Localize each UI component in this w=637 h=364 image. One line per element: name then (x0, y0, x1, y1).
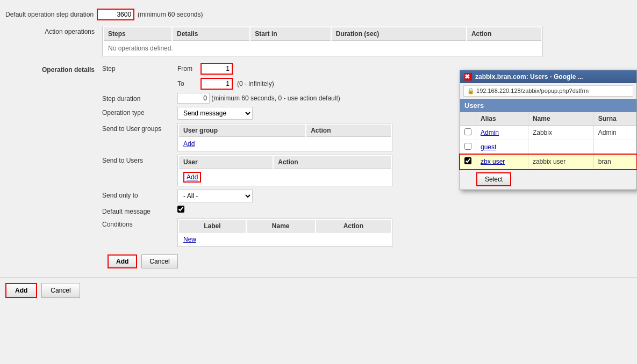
user-name-zbxuser: zabbix user (528, 155, 593, 169)
popup-address-bar: 🔒 192.168.220.128/zabbix/popup.php?dstfr… (463, 85, 633, 97)
row-checkbox-cell-zbxuser (460, 155, 476, 169)
conditions-value: Label Name Action New (177, 219, 632, 247)
cond-action-col: Action (316, 220, 391, 232)
user-name-admin: Zabbix (528, 126, 593, 140)
default-duration-row: Default operation step duration (minimum… (0, 5, 637, 24)
col-alias: Alias (476, 112, 528, 126)
conditions-new-link[interactable]: New (183, 236, 196, 243)
col-steps: Steps (104, 27, 171, 41)
default-message-row: Default message (102, 206, 632, 215)
main-action-row: Add Cancel (0, 277, 637, 303)
user-alias-zbxuser: zbx user (476, 155, 528, 169)
step-duration-hint: (minimum 60 seconds, 0 - use action defa… (211, 94, 340, 102)
operation-type-label: Operation type (102, 107, 177, 117)
step-duration-input[interactable] (177, 93, 210, 104)
user-col: User (179, 156, 273, 169)
select-button[interactable]: Select (476, 172, 511, 186)
main-add-button[interactable]: Add (5, 283, 37, 298)
operations-table: Steps Details Start in Duration (sec) Ac… (102, 26, 543, 56)
users-inner-table: User Action Add (177, 155, 392, 186)
user-checkbox-admin[interactable] (464, 128, 471, 135)
user-surname-admin: Admin (593, 126, 636, 140)
row-checkbox-cell (460, 140, 476, 155)
bottom-cancel-button[interactable]: Cancel (141, 254, 177, 268)
bottom-add-button[interactable]: Add (108, 254, 137, 268)
user-group-action-col: Action (306, 125, 391, 137)
user-groups-table: User group Action Add (177, 123, 392, 151)
popup-favicon-icon: ✖ (464, 73, 472, 81)
cond-label-col: Label (179, 220, 246, 232)
send-to-users-label: Send to Users (102, 155, 177, 164)
table-row: Admin Zabbix Admin (460, 126, 636, 140)
popup-titlebar: ✖ zabbix.bran.com: Users - Google ... (460, 70, 636, 83)
popup-window: ✖ zabbix.bran.com: Users - Google ... 🔒 … (460, 70, 637, 190)
to-label: To (177, 80, 196, 88)
col-surname: Surna (593, 112, 636, 126)
conditions-table: Label Name Action New (177, 219, 392, 247)
action-operations-content: Steps Details Start in Duration (sec) Ac… (102, 26, 632, 56)
user-alias-admin: Admin (476, 126, 528, 140)
user-link-guest[interactable]: guest (481, 143, 496, 151)
col-start-in: Start in (250, 27, 330, 41)
popup-users-table: Alias Name Surna Admin Zabbix Admin (460, 112, 636, 169)
step-label: Step (102, 63, 177, 72)
default-duration-input[interactable] (97, 9, 134, 20)
action-operations-label: Action operations (5, 26, 102, 35)
step-duration-label: Step duration (102, 93, 177, 103)
send-to-user-groups-label: Send to User groups (102, 123, 177, 133)
user-link-admin[interactable]: Admin (481, 129, 499, 136)
col-checkbox (460, 112, 476, 126)
user-groups-add-link[interactable]: Add (183, 140, 195, 148)
popup-title: zabbix.bran.com: Users - Google ... (475, 73, 583, 81)
user-group-col: User group (179, 125, 305, 137)
col-duration: Duration (sec) (332, 27, 466, 41)
default-message-value (177, 206, 632, 213)
from-label: From (177, 65, 196, 72)
send-to-users-add-link[interactable]: Add (183, 172, 201, 183)
step-to-input[interactable] (201, 78, 233, 90)
popup-users-title: Users (464, 101, 484, 110)
user-alias-guest: guest (476, 140, 528, 155)
conditions-label: Conditions (102, 219, 177, 228)
user-checkbox-zbxuser[interactable] (464, 157, 471, 164)
user-checkbox-guest[interactable] (464, 143, 471, 150)
col-action: Action (467, 27, 541, 41)
col-details: Details (173, 27, 249, 41)
conditions-row: Conditions Label Name Action (102, 219, 632, 247)
bottom-buttons: Add Cancel (102, 250, 632, 273)
operation-type-select[interactable]: Send message Remote command (177, 107, 253, 120)
step-to-hint: (0 - infinitely) (237, 80, 274, 88)
send-only-to-select[interactable]: - All - SMS Email (177, 190, 253, 202)
user-surname-guest (593, 140, 636, 155)
cond-name-col: Name (247, 220, 315, 232)
operation-details-label: Operation details (5, 63, 102, 74)
default-message-label: Default message (102, 206, 177, 215)
table-row: guest (460, 140, 636, 155)
action-operations-row: Action operations Steps Details Start in… (0, 24, 637, 59)
col-name: Name (528, 112, 593, 126)
send-only-to-label: Send only to (102, 190, 177, 199)
popup-users-header: Users (460, 99, 636, 112)
user-action-col: Action (274, 156, 391, 169)
default-duration-label: Default operation step duration (5, 11, 94, 18)
user-name-guest (528, 140, 593, 155)
send-only-to-value: - All - SMS Email (177, 190, 632, 202)
main-container: Default operation step duration (minimum… (0, 0, 637, 364)
popup-address-icon: 🔒 (467, 88, 476, 94)
user-link-zbxuser[interactable]: zbx user (481, 158, 505, 165)
default-duration-hint: (minimum 60 seconds) (138, 11, 203, 18)
user-surname-zbxuser: bran (593, 155, 636, 169)
popup-address-text: 192.168.220.128/zabbix/popup.php?dstfrm (476, 88, 589, 94)
send-only-to-row: Send only to - All - SMS Email (102, 190, 632, 202)
default-message-checkbox[interactable] (177, 206, 184, 213)
table-row-selected: zbx user zabbix user bran (460, 155, 636, 169)
main-cancel-button[interactable]: Cancel (41, 283, 80, 298)
row-checkbox-cell (460, 126, 476, 140)
step-from-input[interactable] (201, 63, 233, 75)
no-operations-msg: No operations defined. (104, 42, 541, 55)
